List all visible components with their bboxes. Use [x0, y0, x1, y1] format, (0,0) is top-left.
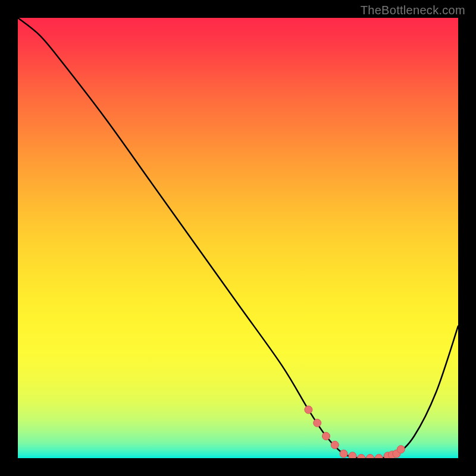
optimal-dot — [367, 455, 374, 459]
watermark-label: TheBottleneck.com — [361, 4, 465, 17]
optimal-dot — [397, 446, 405, 453]
bottleneck-curve — [18, 18, 458, 458]
optimal-dot — [358, 455, 365, 459]
optimal-dot — [322, 433, 330, 440]
optimal-dot — [340, 450, 347, 458]
plot-area — [18, 18, 458, 458]
chart-svg — [18, 18, 458, 458]
optimal-dots — [305, 406, 405, 458]
optimal-dot — [375, 455, 383, 459]
optimal-dot — [314, 419, 321, 427]
optimal-dot — [305, 406, 312, 414]
optimal-dot — [349, 452, 356, 458]
optimal-dot — [331, 441, 339, 449]
